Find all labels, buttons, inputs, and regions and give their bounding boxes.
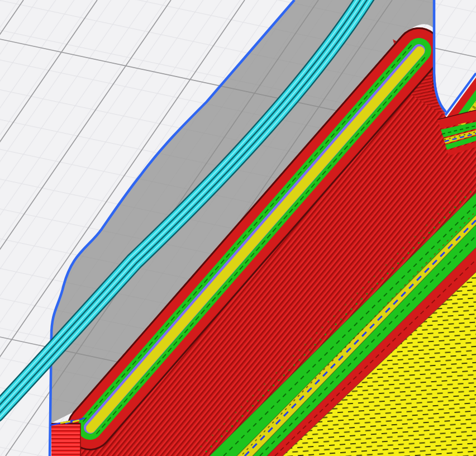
wall-end-cap [50, 418, 85, 456]
preview-canvas [0, 0, 476, 456]
end-cap-face [51, 423, 80, 456]
slicer-3d-viewport[interactable] [0, 0, 476, 456]
